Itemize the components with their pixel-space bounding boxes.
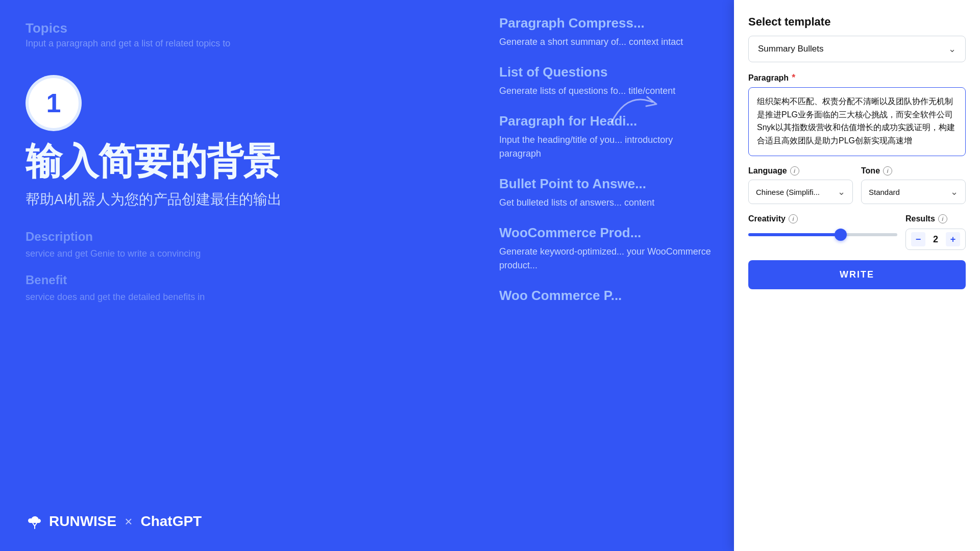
language-select-value: Chinese (Simplifi... bbox=[756, 188, 820, 196]
tone-select[interactable]: Standard ⌄ bbox=[861, 180, 966, 204]
select-template-section: Select template Summary Bullets ⌄ bbox=[748, 15, 966, 62]
sub-heading: 帮助AI机器人为您的产品创建最佳的输出 bbox=[26, 190, 708, 209]
step-number-circle: 1 bbox=[26, 75, 82, 131]
paragraph-textarea[interactable] bbox=[748, 87, 966, 156]
paragraph-label-text: Paragraph bbox=[748, 73, 789, 83]
write-button[interactable]: WRITE bbox=[748, 260, 966, 289]
right-panel: Select template Summary Bullets ⌄ Paragr… bbox=[734, 0, 980, 551]
results-col: Results i − 2 + bbox=[905, 214, 966, 250]
tone-info-icon[interactable]: i bbox=[883, 166, 892, 176]
results-decrement-button[interactable]: − bbox=[911, 232, 925, 246]
faded-section-title-1: Benefit bbox=[26, 273, 708, 287]
faded-section-title-0: Description bbox=[26, 230, 708, 244]
paragraph-label: Paragraph * bbox=[748, 72, 966, 83]
required-indicator: * bbox=[792, 72, 795, 83]
language-info-icon[interactable]: i bbox=[790, 166, 799, 176]
tone-label: Tone i bbox=[861, 166, 966, 176]
creativity-label-text: Creativity bbox=[748, 214, 786, 223]
results-increment-button[interactable]: + bbox=[946, 232, 960, 246]
results-value-display: 2 bbox=[929, 234, 942, 245]
results-label: Results i bbox=[905, 214, 966, 223]
creativity-col: Creativity i bbox=[748, 214, 897, 241]
tone-chevron-icon: ⌄ bbox=[950, 186, 958, 197]
language-tone-row: Language i Chinese (Simplifi... ⌄ Tone i… bbox=[748, 166, 966, 204]
step-number: 1 bbox=[46, 88, 61, 118]
creativity-info-icon[interactable]: i bbox=[789, 214, 798, 223]
left-panel: Paragraph Compress... Generate a short s… bbox=[0, 0, 734, 551]
main-heading: 输入简要的背景 bbox=[26, 141, 708, 182]
creativity-slider-container[interactable] bbox=[748, 229, 897, 241]
creativity-slider-track bbox=[748, 233, 897, 236]
results-stepper: − 2 + bbox=[905, 229, 966, 250]
language-label-text: Language bbox=[748, 166, 787, 176]
language-chevron-icon: ⌄ bbox=[838, 186, 845, 197]
tone-label-text: Tone bbox=[861, 166, 880, 176]
language-col: Language i Chinese (Simplifi... ⌄ bbox=[748, 166, 853, 204]
results-info-icon[interactable]: i bbox=[938, 214, 947, 223]
faded-top-title: Topics bbox=[26, 20, 67, 36]
tone-select-value: Standard bbox=[869, 188, 900, 196]
template-select[interactable]: Summary Bullets ⌄ bbox=[748, 36, 966, 62]
faded-section-text-1: service does and get the detailed benefi… bbox=[26, 290, 708, 304]
select-template-label: Select template bbox=[748, 15, 966, 29]
arrow-decoration bbox=[606, 87, 668, 135]
paragraph-section: Paragraph * bbox=[748, 72, 966, 156]
template-select-container[interactable]: Summary Bullets ⌄ bbox=[748, 36, 966, 62]
tone-col: Tone i Standard ⌄ bbox=[861, 166, 966, 204]
language-label: Language i bbox=[748, 166, 853, 176]
faded-bottom-sections: Description service and get Genie to wri… bbox=[26, 230, 708, 531]
template-chevron-icon: ⌄ bbox=[948, 43, 956, 55]
faded-top-text: Input a paragraph and get a list of rela… bbox=[26, 38, 230, 48]
creativity-slider-thumb[interactable] bbox=[835, 229, 847, 241]
faded-top: Topics Input a paragraph and get a list … bbox=[26, 20, 708, 49]
creativity-label: Creativity i bbox=[748, 214, 897, 223]
results-label-text: Results bbox=[905, 214, 935, 223]
faded-section-text-0: service and get Genie to write a convinc… bbox=[26, 247, 708, 261]
language-select[interactable]: Chinese (Simplifi... ⌄ bbox=[748, 180, 853, 204]
template-select-value: Summary Bullets bbox=[758, 44, 823, 54]
creativity-results-row: Creativity i Results i − 2 + bbox=[748, 214, 966, 250]
